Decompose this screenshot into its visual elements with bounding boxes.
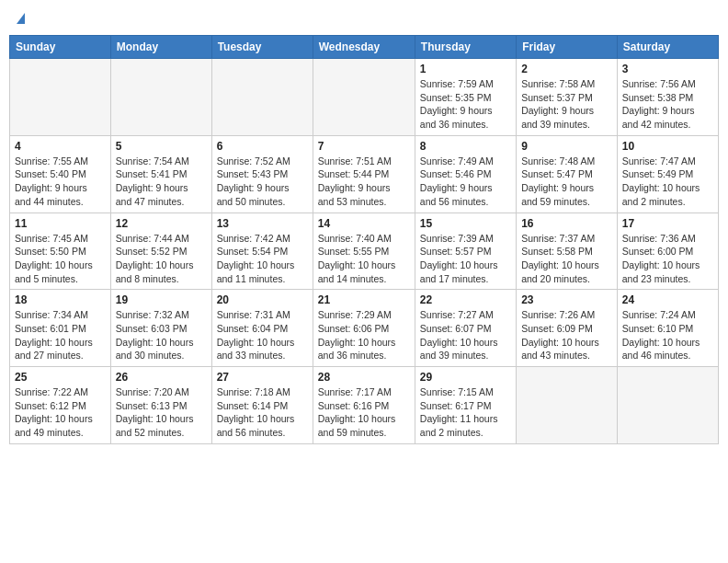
calendar-cell: 19Sunrise: 7:32 AM Sunset: 6:03 PM Dayli… — [110, 290, 211, 367]
calendar-cell: 23Sunrise: 7:26 AM Sunset: 6:09 PM Dayli… — [517, 290, 618, 367]
calendar-cell: 13Sunrise: 7:42 AM Sunset: 5:54 PM Dayli… — [211, 213, 313, 290]
calendar-cell: 17Sunrise: 7:36 AM Sunset: 6:00 PM Dayli… — [617, 213, 718, 290]
weekday-header-sunday: Sunday — [10, 36, 111, 59]
day-number: 18 — [15, 293, 106, 306]
calendar-cell: 14Sunrise: 7:40 AM Sunset: 5:55 PM Dayli… — [313, 213, 415, 290]
day-number: 13 — [217, 217, 308, 230]
day-info: Sunrise: 7:44 AM Sunset: 5:52 PM Dayligh… — [116, 232, 207, 286]
weekday-header-friday: Friday — [517, 36, 618, 59]
calendar-cell: 12Sunrise: 7:44 AM Sunset: 5:52 PM Dayli… — [110, 213, 211, 290]
calendar-cell — [313, 59, 415, 136]
day-number: 22 — [420, 293, 511, 306]
calendar-cell: 10Sunrise: 7:47 AM Sunset: 5:49 PM Dayli… — [617, 135, 718, 213]
calendar-week-4: 18Sunrise: 7:34 AM Sunset: 6:01 PM Dayli… — [10, 290, 719, 367]
calendar-cell: 4Sunrise: 7:55 AM Sunset: 5:40 PM Daylig… — [10, 135, 111, 213]
calendar-cell: 1Sunrise: 7:59 AM Sunset: 5:35 PM Daylig… — [415, 59, 516, 136]
day-info: Sunrise: 7:40 AM Sunset: 5:55 PM Dayligh… — [318, 232, 410, 286]
day-number: 2 — [521, 63, 612, 75]
day-info: Sunrise: 7:18 AM Sunset: 6:14 PM Dayligh… — [217, 385, 308, 440]
day-number: 20 — [217, 293, 308, 306]
calendar-cell — [211, 59, 313, 136]
calendar-cell: 3Sunrise: 7:56 AM Sunset: 5:38 PM Daylig… — [617, 59, 718, 136]
day-number: 10 — [622, 140, 713, 153]
calendar-cell: 15Sunrise: 7:39 AM Sunset: 5:57 PM Dayli… — [415, 213, 516, 290]
day-number: 14 — [318, 217, 410, 230]
day-number: 24 — [622, 293, 713, 306]
day-number: 26 — [116, 371, 207, 384]
day-info: Sunrise: 7:58 AM Sunset: 5:37 PM Dayligh… — [521, 77, 612, 132]
day-number: 6 — [217, 140, 308, 153]
day-number: 19 — [116, 293, 207, 306]
calendar-cell — [110, 59, 211, 136]
day-info: Sunrise: 7:47 AM Sunset: 5:49 PM Dayligh… — [622, 155, 713, 209]
day-info: Sunrise: 7:17 AM Sunset: 6:16 PM Dayligh… — [318, 385, 410, 440]
day-info: Sunrise: 7:56 AM Sunset: 5:38 PM Dayligh… — [622, 77, 713, 132]
day-number: 15 — [420, 217, 511, 230]
day-info: Sunrise: 7:59 AM Sunset: 5:35 PM Dayligh… — [420, 77, 511, 132]
calendar-cell: 2Sunrise: 7:58 AM Sunset: 5:37 PM Daylig… — [517, 59, 618, 136]
weekday-header-tuesday: Tuesday — [211, 36, 313, 59]
calendar-week-5: 25Sunrise: 7:22 AM Sunset: 6:12 PM Dayli… — [10, 367, 719, 444]
day-info: Sunrise: 7:54 AM Sunset: 5:41 PM Dayligh… — [116, 155, 207, 209]
day-number: 27 — [217, 371, 308, 384]
day-info: Sunrise: 7:37 AM Sunset: 5:58 PM Dayligh… — [521, 232, 612, 286]
calendar-week-2: 4Sunrise: 7:55 AM Sunset: 5:40 PM Daylig… — [10, 135, 719, 213]
weekday-header-row: SundayMondayTuesdayWednesdayThursdayFrid… — [10, 36, 719, 59]
calendar-cell — [517, 367, 618, 444]
day-info: Sunrise: 7:39 AM Sunset: 5:57 PM Dayligh… — [420, 232, 511, 286]
calendar-cell: 28Sunrise: 7:17 AM Sunset: 6:16 PM Dayli… — [313, 367, 415, 444]
weekday-header-thursday: Thursday — [415, 36, 516, 59]
header — [9, 9, 719, 28]
calendar-cell: 11Sunrise: 7:45 AM Sunset: 5:50 PM Dayli… — [10, 213, 111, 290]
day-info: Sunrise: 7:51 AM Sunset: 5:44 PM Dayligh… — [318, 155, 410, 209]
day-number: 29 — [420, 371, 511, 384]
logo-triangle-icon — [17, 13, 25, 24]
day-number: 23 — [521, 293, 612, 306]
calendar-cell: 8Sunrise: 7:49 AM Sunset: 5:46 PM Daylig… — [415, 135, 516, 213]
calendar-cell: 22Sunrise: 7:27 AM Sunset: 6:07 PM Dayli… — [415, 290, 516, 367]
day-number: 11 — [15, 217, 106, 230]
day-info: Sunrise: 7:55 AM Sunset: 5:40 PM Dayligh… — [15, 155, 106, 209]
calendar-cell: 24Sunrise: 7:24 AM Sunset: 6:10 PM Dayli… — [617, 290, 718, 367]
day-info: Sunrise: 7:15 AM Sunset: 6:17 PM Dayligh… — [420, 385, 511, 440]
day-number: 3 — [622, 63, 713, 75]
calendar-cell: 26Sunrise: 7:20 AM Sunset: 6:13 PM Dayli… — [110, 367, 211, 444]
day-number: 4 — [15, 140, 106, 153]
day-info: Sunrise: 7:20 AM Sunset: 6:13 PM Dayligh… — [116, 385, 207, 440]
calendar-cell: 9Sunrise: 7:48 AM Sunset: 5:47 PM Daylig… — [517, 135, 618, 213]
day-info: Sunrise: 7:52 AM Sunset: 5:43 PM Dayligh… — [217, 155, 308, 209]
day-info: Sunrise: 7:24 AM Sunset: 6:10 PM Dayligh… — [622, 308, 713, 362]
day-number: 16 — [521, 217, 612, 230]
calendar-cell: 20Sunrise: 7:31 AM Sunset: 6:04 PM Dayli… — [211, 290, 313, 367]
calendar-cell: 25Sunrise: 7:22 AM Sunset: 6:12 PM Dayli… — [10, 367, 111, 444]
calendar-cell: 16Sunrise: 7:37 AM Sunset: 5:58 PM Dayli… — [517, 213, 618, 290]
day-info: Sunrise: 7:27 AM Sunset: 6:07 PM Dayligh… — [420, 308, 511, 362]
day-number: 8 — [420, 140, 511, 153]
day-info: Sunrise: 7:45 AM Sunset: 5:50 PM Dayligh… — [15, 232, 106, 286]
day-info: Sunrise: 7:42 AM Sunset: 5:54 PM Dayligh… — [217, 232, 308, 286]
day-number: 17 — [622, 217, 713, 230]
calendar-cell: 18Sunrise: 7:34 AM Sunset: 6:01 PM Dayli… — [10, 290, 111, 367]
calendar-cell: 5Sunrise: 7:54 AM Sunset: 5:41 PM Daylig… — [110, 135, 211, 213]
calendar-cell: 7Sunrise: 7:51 AM Sunset: 5:44 PM Daylig… — [313, 135, 415, 213]
calendar-cell — [10, 59, 111, 136]
day-number: 5 — [116, 140, 207, 153]
day-info: Sunrise: 7:22 AM Sunset: 6:12 PM Dayligh… — [15, 385, 106, 440]
calendar-cell: 21Sunrise: 7:29 AM Sunset: 6:06 PM Dayli… — [313, 290, 415, 367]
weekday-header-saturday: Saturday — [617, 36, 718, 59]
weekday-header-wednesday: Wednesday — [313, 36, 415, 59]
day-info: Sunrise: 7:34 AM Sunset: 6:01 PM Dayligh… — [15, 308, 106, 362]
logo — [15, 13, 25, 24]
day-number: 12 — [116, 217, 207, 230]
day-number: 28 — [318, 371, 410, 384]
day-number: 1 — [420, 63, 511, 75]
day-info: Sunrise: 7:36 AM Sunset: 6:00 PM Dayligh… — [622, 232, 713, 286]
calendar-cell: 6Sunrise: 7:52 AM Sunset: 5:43 PM Daylig… — [211, 135, 313, 213]
calendar-cell: 27Sunrise: 7:18 AM Sunset: 6:14 PM Dayli… — [211, 367, 313, 444]
calendar-week-1: 1Sunrise: 7:59 AM Sunset: 5:35 PM Daylig… — [10, 59, 719, 136]
day-number: 7 — [318, 140, 410, 153]
calendar-cell — [617, 367, 718, 444]
day-info: Sunrise: 7:49 AM Sunset: 5:46 PM Dayligh… — [420, 155, 511, 209]
day-number: 25 — [15, 371, 106, 384]
day-info: Sunrise: 7:48 AM Sunset: 5:47 PM Dayligh… — [521, 155, 612, 209]
